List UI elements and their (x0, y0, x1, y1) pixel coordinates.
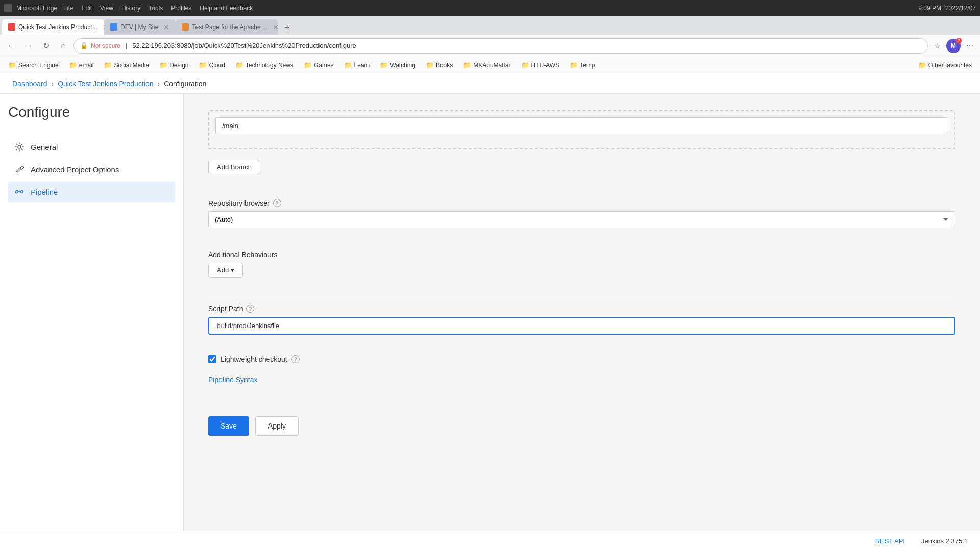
action-buttons: Save Apply (208, 416, 955, 456)
page-title: Configure (8, 104, 175, 120)
folder-icon: 📁 (570, 61, 578, 69)
menu-history[interactable]: History (121, 5, 140, 12)
bookmark-technology-news[interactable]: 📁 Technology News (231, 60, 298, 70)
dropdown-arrow-icon: ▾ (231, 266, 234, 274)
bookmark-watching[interactable]: 📁 Watching (376, 60, 420, 70)
bookmark-label: Design (169, 62, 188, 69)
sidebar-item-pipeline[interactable]: Pipeline (8, 182, 175, 202)
bookmark-learn[interactable]: 📁 Learn (340, 60, 374, 70)
forward-button[interactable]: → (21, 39, 36, 53)
settings-icon[interactable]: ⋯ (964, 40, 976, 52)
lightweight-checkout-checkbox[interactable] (208, 355, 216, 363)
bookmark-label: Cloud (209, 62, 225, 69)
breadcrumb-project[interactable]: Quick Test Jenkins Production (58, 80, 153, 88)
script-path-text: Script Path (208, 305, 243, 313)
bookmark-social-media[interactable]: 📁 Social Media (100, 60, 153, 70)
bookmark-temp[interactable]: 📁 Temp (566, 60, 599, 70)
bookmark-label: Social Media (114, 62, 149, 69)
body-layout: Configure General Advanced Pr (0, 94, 980, 531)
wrench-icon (14, 164, 24, 174)
tab-2[interactable]: DEV | My Site ✕ (104, 19, 176, 35)
bookmark-label: Other favourites (928, 62, 972, 69)
script-path-label: Script Path ? (208, 305, 955, 313)
folder-icon: 📁 (235, 61, 243, 69)
menu-profiles[interactable]: Profiles (171, 5, 191, 12)
bookmark-design[interactable]: 📁 Design (155, 60, 192, 70)
bookmark-label: MKAbuMattar (473, 62, 510, 69)
rest-api-link[interactable]: REST API (875, 537, 905, 545)
folder-icon: 📁 (104, 61, 112, 69)
sidebar-item-advanced[interactable]: Advanced Project Options (8, 159, 175, 180)
additional-behaviours-row: Additional Behaviours Add ▾ (208, 251, 955, 278)
address-bar: ← → ↻ ⌂ 🔓 Not secure | 52.22.196.203:808… (0, 35, 980, 57)
sidebar-item-general[interactable]: General (8, 137, 175, 157)
tab-1[interactable]: Quick Test Jenkins Product... ✕ (2, 19, 104, 35)
bookmark-email[interactable]: 📁 email (65, 60, 98, 70)
breadcrumb-current: Configuration (164, 80, 206, 88)
bookmark-books[interactable]: 📁 Books (422, 60, 457, 70)
home-button[interactable]: ⌂ (56, 39, 70, 53)
apply-button[interactable]: Apply (255, 416, 299, 436)
tab-3[interactable]: Test Page for the Apache ... ✕ (176, 19, 278, 35)
tab-2-close[interactable]: ✕ (163, 23, 169, 31)
folder-icon: 📁 (426, 61, 434, 69)
script-path-input[interactable] (208, 317, 955, 335)
script-path-row: Script Path ? (208, 305, 955, 343)
lightweight-checkout-label[interactable]: Lightweight checkout (220, 355, 287, 363)
additional-behaviours-label: Additional Behaviours (208, 251, 955, 259)
svg-point-2 (21, 191, 23, 193)
bookmark-label: Games (314, 62, 334, 69)
folder-icon: 📁 (344, 61, 352, 69)
sidebar-pipeline-label: Pipeline (31, 188, 58, 196)
address-input[interactable]: 🔓 Not secure | 52.22.196.203:8080/job/Qu… (74, 38, 928, 54)
bookmark-other-favourites[interactable]: 📁 Other favourites (914, 60, 976, 70)
branch-input[interactable] (215, 117, 948, 134)
breadcrumb-dashboard[interactable]: Dashboard (12, 80, 47, 88)
footer: REST API Jenkins 2.375.1 (0, 531, 980, 551)
repository-browser-text: Repository browser (208, 199, 270, 207)
pipeline-syntax-link[interactable]: Pipeline Syntax (208, 375, 258, 384)
repository-browser-help[interactable]: ? (273, 199, 281, 207)
favorites-icon[interactable]: ☆ (931, 40, 943, 52)
new-tab-button[interactable]: + (280, 20, 294, 35)
system-tray: 9:09 PM 2022/12/07 (918, 5, 976, 12)
gear-icon (14, 142, 24, 152)
add-behaviour-button[interactable]: Add ▾ (208, 263, 243, 278)
security-text: Not secure (91, 42, 120, 49)
notification-badge: 7 (956, 38, 962, 44)
lightweight-checkout-help[interactable]: ? (291, 355, 300, 363)
bookmark-games[interactable]: 📁 Games (300, 60, 338, 70)
jenkins-version: Jenkins 2.375.1 (921, 537, 968, 545)
menu-file[interactable]: File (63, 5, 73, 12)
add-branch-button[interactable]: Add Branch (208, 160, 260, 174)
bookmark-label: Learn (354, 62, 370, 69)
tab-3-label: Test Page for the Apache ... (192, 23, 267, 31)
lightweight-checkout-row: Lightweight checkout ? (208, 355, 955, 363)
tab-2-label: DEV | My Site (120, 23, 158, 31)
bookmark-mkabumattar[interactable]: 📁 MKAbuMattar (459, 60, 514, 70)
repository-browser-select[interactable]: (Auto) (208, 211, 955, 228)
folder-icon: 📁 (199, 61, 207, 69)
browser-titlebar: Microsoft Edge File Edit View History To… (0, 0, 980, 16)
menu-view[interactable]: View (100, 5, 113, 12)
sidebar: Configure General Advanced Pr (0, 94, 184, 531)
menu-tools[interactable]: Tools (149, 5, 163, 12)
repository-browser-label: Repository browser ? (208, 199, 955, 207)
breadcrumb-sep-1: › (52, 80, 54, 88)
bookmark-htu-aws[interactable]: 📁 HTU-AWS (517, 60, 564, 70)
bookmark-label: Watching (390, 62, 415, 69)
back-button[interactable]: ← (4, 39, 18, 53)
bookmark-search-engine[interactable]: 📁 Search Engine (4, 60, 63, 70)
address-icons: ☆ M 7 ⋯ (931, 39, 976, 53)
tab-3-favicon (182, 23, 189, 31)
menu-edit[interactable]: Edit (81, 5, 92, 12)
bookmark-cloud[interactable]: 📁 Cloud (194, 60, 229, 70)
bookmarks-bar: 📁 Search Engine 📁 email 📁 Social Media 📁… (0, 57, 980, 73)
menu-help[interactable]: Help and Feedback (200, 5, 253, 12)
save-button[interactable]: Save (208, 416, 249, 436)
bookmark-label: Technology News (246, 62, 293, 69)
refresh-button[interactable]: ↻ (39, 39, 53, 53)
branch-section (208, 110, 955, 149)
tab-3-close[interactable]: ✕ (273, 23, 278, 31)
script-path-help[interactable]: ? (246, 305, 254, 313)
